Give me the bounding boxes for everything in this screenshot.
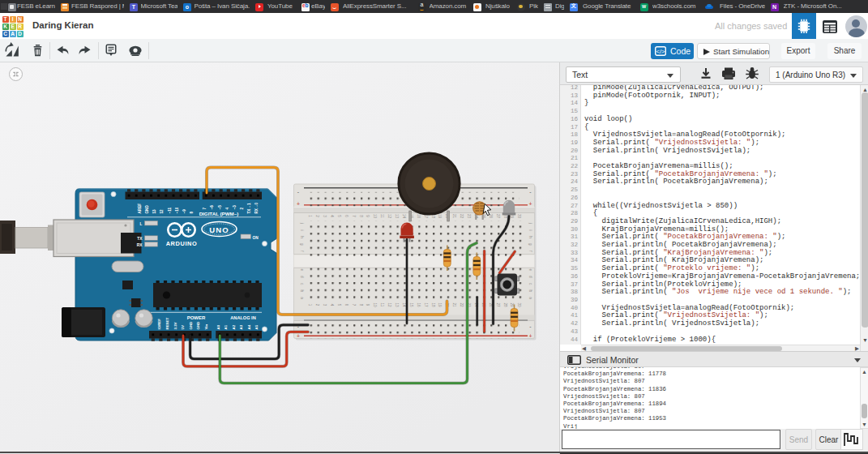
svg-text:A0: A0 [216,324,220,329]
svg-text:11: 11 [380,303,384,307]
svg-text:5: 5 [337,215,341,217]
svg-text:j: j [300,222,304,224]
svg-text:TX: TX [137,237,143,241]
svg-text:4: 4 [225,208,229,210]
svg-text:10: 10 [373,302,377,307]
svg-text:14: 14 [402,302,406,307]
svg-text:21: 21 [452,302,456,307]
svg-text:A5: A5 [254,324,259,329]
svg-text:b: b [528,290,532,293]
svg-text:A1: A1 [224,324,228,329]
svg-text:GND: GND [196,322,200,330]
svg-text:29: 29 [510,302,514,307]
svg-text:4: 4 [330,215,334,217]
svg-text:8: 8 [190,212,194,214]
svg-text:3: 3 [323,304,327,306]
svg-text:i: i [528,229,532,230]
svg-text:A3: A3 [239,324,243,329]
svg-text:TX→1: TX→1 [247,203,251,213]
svg-text:ARDUINO: ARDUINO [166,240,198,247]
svg-text:~3: ~3 [233,205,237,210]
svg-text:~10: ~10 [175,207,179,213]
svg-text:e: e [300,268,304,271]
svg-text:3: 3 [323,215,327,217]
svg-text:~9: ~9 [182,209,186,214]
svg-text:16: 16 [417,302,421,307]
svg-text:6: 6 [344,304,348,306]
svg-text:GND: GND [145,205,149,214]
svg-text:DIGITAL (PWM~): DIGITAL (PWM~) [199,211,239,216]
svg-text:~6: ~6 [210,205,214,210]
svg-text:+: + [297,333,300,339]
svg-text:g: g [528,243,532,246]
svg-text:9: 9 [366,304,370,306]
svg-text:6: 6 [344,215,348,217]
svg-text:IOREF: IOREF [157,319,161,330]
svg-text:b: b [300,290,304,293]
svg-text:30: 30 [517,214,521,219]
svg-text:a: a [528,297,532,299]
svg-text:21: 21 [452,214,456,219]
svg-text:UNO: UNO [209,225,229,234]
svg-text:27: 27 [496,302,500,307]
svg-text:+: + [297,201,300,207]
svg-text:11: 11 [380,214,384,218]
svg-text:8: 8 [359,304,363,306]
svg-text:7: 7 [203,208,207,210]
svg-text:A4: A4 [247,324,251,329]
svg-text:7: 7 [352,304,356,306]
svg-text:3.3V: 3.3V [173,322,177,329]
svg-text:g: g [300,243,304,246]
svg-text:17: 17 [424,302,428,307]
svg-text:GND: GND [189,322,193,330]
svg-text:13: 13 [395,302,399,307]
svg-text:22: 22 [460,302,464,307]
svg-text:ON: ON [253,236,259,240]
svg-text:30: 30 [517,302,521,307]
svg-text:2: 2 [315,304,319,306]
svg-text:5: 5 [337,304,341,306]
svg-text:18: 18 [431,302,435,307]
svg-text:4: 4 [330,304,334,306]
svg-text:10: 10 [373,214,377,219]
svg-text:e: e [528,268,532,271]
svg-text:2: 2 [315,215,319,217]
svg-text:AREF: AREF [138,203,142,214]
svg-text:j: j [528,222,532,224]
svg-text:15: 15 [409,302,413,307]
svg-text:14: 14 [402,214,406,219]
svg-text:i: i [300,229,304,230]
svg-text:~11: ~11 [168,208,172,214]
svg-text:12: 12 [160,209,164,214]
svg-text:h: h [300,236,304,238]
svg-text:23: 23 [467,214,471,219]
svg-text:16: 16 [417,214,421,219]
svg-text:13: 13 [152,209,156,214]
svg-text:19: 19 [438,302,442,307]
svg-text:Vin: Vin [204,323,208,329]
svg-text:19: 19 [438,214,442,219]
svg-text:A2: A2 [232,324,236,329]
svg-text:1: 1 [308,215,312,217]
svg-text:+: + [528,201,532,207]
svg-text:7: 7 [352,215,356,217]
svg-text:12: 12 [387,302,391,307]
svg-text:ANALOG IN: ANALOG IN [230,315,255,320]
svg-text:27: 27 [496,214,500,219]
svg-text:+: + [528,333,532,339]
svg-text:RX→0: RX→0 [254,203,259,214]
svg-text:d: d [528,276,532,278]
svg-text:L: L [140,222,143,226]
svg-text:22: 22 [460,214,464,219]
svg-text:POWER: POWER [187,315,206,320]
svg-text:</>: </> [656,48,665,55]
svg-text:~5: ~5 [218,205,222,210]
svg-text:a: a [300,297,304,299]
svg-text:9: 9 [366,215,370,217]
svg-text:28: 28 [503,302,507,307]
svg-text:h: h [528,236,532,238]
svg-text:12: 12 [387,214,391,219]
svg-text:RX: RX [137,243,143,247]
svg-text:1: 1 [308,304,312,306]
svg-text:5V: 5V [181,325,185,329]
